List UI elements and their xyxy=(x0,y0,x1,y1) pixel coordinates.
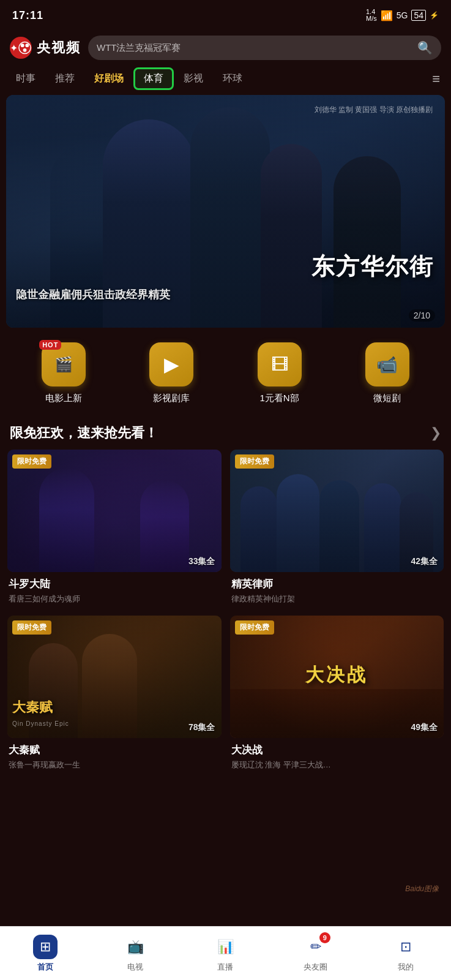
category-drama-lib-label: 影视剧库 xyxy=(153,393,190,404)
nav-circle-label: 央友圈 xyxy=(304,962,327,973)
logo-area: 央视频 xyxy=(10,37,81,59)
app-logo-text: 央视频 xyxy=(37,39,81,57)
svg-point-0 xyxy=(19,42,31,53)
card-dajuezhan-name: 大决战 xyxy=(231,743,443,757)
free-section-title: 限免狂欢，速来抢先看！ xyxy=(10,424,158,442)
banner-subtitle: 隐世金融雇佣兵狙击政经界精英 xyxy=(16,287,170,302)
wifi-icon: 📶 xyxy=(381,10,393,21)
hot-badge: HOT xyxy=(39,340,61,350)
card-dajuezhan[interactable]: 大决战 限时免费 49集全 大决战 屡现辽沈 淮海 平津三大战… xyxy=(230,616,444,773)
category-short-drama[interactable]: 📹 微短剧 xyxy=(365,342,409,404)
circle-icon: ✏ 9 xyxy=(304,935,328,959)
nav-mine[interactable]: ⊡ 我的 xyxy=(381,935,430,973)
category-movie-new-icon: 🎬 HOT xyxy=(42,342,86,386)
page-root: 17:11 1.4 M/s 📶 5G 54 ⚡ xyxy=(0,0,451,920)
nav-live[interactable]: 📊 直播 xyxy=(201,935,250,973)
card-douluodalu-thumb: 限时免费 33集全 xyxy=(7,450,222,572)
status-time: 17:11 xyxy=(12,9,43,22)
card-daqinfu-badge: 限时免费 xyxy=(12,620,51,635)
video-icon: 📹 xyxy=(376,355,398,375)
category-short-drama-label: 微短剧 xyxy=(373,393,401,404)
card-douluodalu[interactable]: 限时免费 33集全 斗罗大陆 看唐三如何成为魂师 xyxy=(7,450,222,607)
card-dajuezhan-thumb: 大决战 限时免费 49集全 xyxy=(230,616,444,738)
mine-icon: ⊡ xyxy=(393,935,418,959)
tab-tuijian[interactable]: 推荐 xyxy=(45,67,84,90)
card-dajuezhan-episodes: 49集全 xyxy=(411,722,438,733)
tab-tiyu[interactable]: 体育 xyxy=(133,67,174,90)
card-daqinfu-info: 大秦赋 张鲁一再现嬴政一生 xyxy=(7,738,222,773)
battery-icon: 54 xyxy=(411,10,426,21)
content-grid: 限时免费 33集全 斗罗大陆 看唐三如何成为魂师 律师 xyxy=(0,450,451,773)
card-dajuezhan-info: 大决战 屡现辽沈 淮海 平津三大战… xyxy=(230,738,444,773)
card-jingying-lushi-name: 精英律师 xyxy=(231,577,443,591)
category-drama-lib-icon: ▶ xyxy=(149,342,193,386)
category-one-yuan[interactable]: 🎞 1元看N部 xyxy=(258,342,302,404)
card-jingying-lushi-badge: 限时免费 xyxy=(235,454,274,469)
nav-mine-label: 我的 xyxy=(398,962,414,973)
category-drama-lib[interactable]: ▶ 影视剧库 xyxy=(149,342,193,404)
card-daqinfu-desc: 张鲁一再现嬴政一生 xyxy=(9,760,220,771)
free-section-header: 限免狂欢，速来抢先看！ ❯ xyxy=(0,412,451,450)
nav-home-label: 首页 xyxy=(37,962,53,973)
category-one-yuan-label: 1元看N部 xyxy=(260,393,299,404)
header: 央视频 WTT法兰克福冠军赛 🔍 xyxy=(0,31,451,65)
home-icon: ⊞ xyxy=(33,935,58,959)
search-bar[interactable]: WTT法兰克福冠军赛 🔍 xyxy=(88,36,441,60)
cellular-icon: 5G xyxy=(397,10,408,20)
nav-home[interactable]: ⊞ 首页 xyxy=(21,935,70,973)
card-douluodalu-badge: 限时免费 xyxy=(12,454,51,469)
category-short-drama-icon: 📹 xyxy=(365,342,409,386)
card-douluodalu-episodes: 33集全 xyxy=(188,556,215,567)
live-icon: 📊 xyxy=(213,935,237,959)
card-jingying-lushi-episodes: 42集全 xyxy=(411,556,438,567)
card-douluodalu-desc: 看唐三如何成为魂师 xyxy=(9,594,220,605)
circle-badge: 9 xyxy=(319,932,330,943)
nav-tv[interactable]: 📺 电视 xyxy=(111,935,160,973)
svg-point-1 xyxy=(21,43,24,47)
card-jingying-lushi-thumb: 律师 限时免费 42集全 xyxy=(230,450,444,572)
free-section-more-icon[interactable]: ❯ xyxy=(430,425,441,441)
hot-icon: 🎬 xyxy=(54,356,73,373)
banner-credits: 刘德华 监制 黄国强 导演 原创独播剧 xyxy=(315,105,433,115)
charging-icon: ⚡ xyxy=(430,11,439,20)
card-dajuezhan-badge: 限时免费 xyxy=(235,620,274,635)
status-right: 1.4 M/s 📶 5G 54 ⚡ xyxy=(366,9,439,22)
film-icon: 🎞 xyxy=(271,355,288,375)
search-icon[interactable]: 🔍 xyxy=(417,40,433,55)
tab-huanqiu[interactable]: 环球 xyxy=(213,67,252,90)
card-jingying-lushi[interactable]: 律师 限时免费 42集全 精英律师 律政精英神仙打架 xyxy=(230,450,444,607)
status-bar: 17:11 1.4 M/s 📶 5G 54 ⚡ xyxy=(0,0,451,31)
bottom-nav: ⊞ 首页 📺 电视 📊 直播 ✏ 9 央友圈 ⊡ 我的 xyxy=(0,926,451,980)
card-daqinfu-name: 大秦赋 xyxy=(9,743,220,757)
play-icon: ▶ xyxy=(164,353,179,376)
network-speed: 1.4 M/s xyxy=(366,9,377,22)
card-jingying-lushi-info: 精英律师 律政精英神仙打架 xyxy=(230,572,444,607)
nav-circle[interactable]: ✏ 9 央友圈 xyxy=(291,935,340,973)
nav-tv-label: 电视 xyxy=(127,962,143,973)
categories-row: 🎬 HOT 电影上新 ▶ 影视剧库 🎞 1元看N部 📹 微短剧 xyxy=(0,328,451,412)
svg-point-2 xyxy=(25,43,29,47)
banner-background: 刘德华 监制 黄国强 导演 原创独播剧 东方华尔街 隐世金融雇佣兵狙击政经界精英… xyxy=(6,95,445,328)
tab-yingshi[interactable]: 影视 xyxy=(174,67,213,90)
banner-title: 东方华尔街 xyxy=(311,254,434,280)
tab-shishi[interactable]: 时事 xyxy=(6,67,45,90)
card-daqinfu-episodes: 78集全 xyxy=(188,722,215,733)
card-jingying-lushi-desc: 律政精英神仙打架 xyxy=(231,594,443,605)
category-one-yuan-icon: 🎞 xyxy=(258,342,302,386)
nav-menu-button[interactable]: ≡ xyxy=(427,69,445,89)
app-logo-icon xyxy=(10,37,32,59)
category-movie-new[interactable]: 🎬 HOT 电影上新 xyxy=(42,342,86,404)
banner-page-indicator: 2/10 xyxy=(409,309,435,322)
svg-point-3 xyxy=(23,48,27,52)
nav-live-label: 直播 xyxy=(217,962,233,973)
banner[interactable]: 刘德华 监制 黄国强 导演 原创独播剧 东方华尔街 隐世金融雇佣兵狙击政经界精英… xyxy=(6,95,445,328)
card-daqinfu[interactable]: 大秦赋 Qin Dynasty Epic 限时免费 78集全 大秦赋 张鲁一再现… xyxy=(7,616,222,773)
card-dajuezhan-desc: 屡现辽沈 淮海 平津三大战… xyxy=(231,760,443,771)
search-placeholder-text: WTT法兰克福冠军赛 xyxy=(97,42,412,54)
category-movie-new-label: 电影上新 xyxy=(45,393,82,404)
card-daqinfu-thumb: 大秦赋 Qin Dynasty Epic 限时免费 78集全 xyxy=(7,616,222,738)
card-douluodalu-name: 斗罗大陆 xyxy=(9,577,220,591)
tv-icon: 📺 xyxy=(123,935,147,959)
card-douluodalu-info: 斗罗大陆 看唐三如何成为魂师 xyxy=(7,572,222,607)
tab-haojuchang[interactable]: 好剧场 xyxy=(84,67,133,90)
